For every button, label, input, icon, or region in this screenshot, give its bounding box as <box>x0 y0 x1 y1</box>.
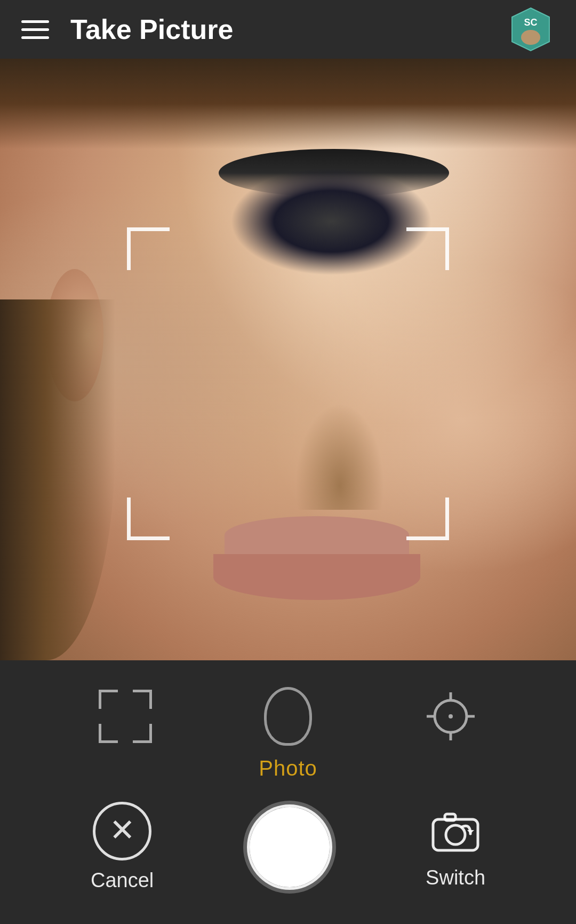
svg-rect-11 <box>445 814 455 820</box>
switch-camera-icon <box>426 804 485 858</box>
mode-label: Photo <box>259 756 317 780</box>
svg-point-4 <box>449 714 453 718</box>
avatar[interactable]: SC <box>507 5 555 53</box>
menu-button[interactable] <box>21 20 49 39</box>
svg-text:SC: SC <box>524 17 537 28</box>
action-row: ✕ Cancel Switch <box>0 796 576 903</box>
face-eye-detail <box>230 167 432 275</box>
face-shape-mode-button[interactable] <box>264 687 312 746</box>
frame-mode-button[interactable] <box>99 690 152 743</box>
app-header: Take Picture SC <box>0 0 576 59</box>
frame-corner-tl <box>99 690 118 709</box>
cancel-circle: ✕ <box>93 802 151 860</box>
face-hair-detail <box>0 299 115 660</box>
shutter-button[interactable] <box>250 807 330 887</box>
face-lip-detail <box>202 516 432 601</box>
crosshair-mode-button[interactable] <box>424 690 477 743</box>
camera-viewfinder[interactable] <box>0 59 576 660</box>
bottom-panel: Photo ✕ Cancel <box>0 660 576 924</box>
cancel-button[interactable]: ✕ Cancel <box>91 802 154 892</box>
cancel-x-icon: ✕ <box>109 815 135 846</box>
face-nose-detail <box>288 390 391 510</box>
switch-camera-button[interactable]: Switch <box>426 804 485 889</box>
mode-row <box>0 660 576 756</box>
page-title: Take Picture <box>70 13 507 45</box>
cancel-label: Cancel <box>91 869 154 892</box>
frame-corner-bl <box>99 724 118 743</box>
frame-corner-br <box>133 724 152 743</box>
svg-point-2 <box>521 30 540 45</box>
frame-corner-tr <box>133 690 152 709</box>
switch-label: Switch <box>426 866 485 889</box>
svg-marker-12 <box>467 830 474 834</box>
